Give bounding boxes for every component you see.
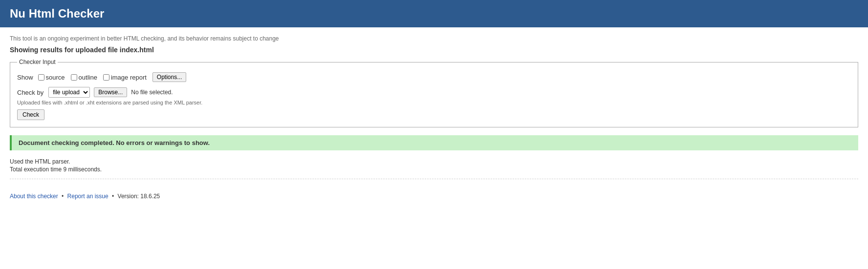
success-banner: Document checking completed. No errors o…: [10, 135, 858, 150]
results-title: Showing results for uploaded file index.…: [10, 46, 858, 54]
source-checkbox[interactable]: [38, 74, 44, 81]
image-report-label: image report: [111, 74, 147, 81]
outline-label: outline: [79, 74, 97, 81]
footer-separator-1: •: [62, 193, 64, 200]
page-title: Nu Html Checker: [10, 7, 858, 21]
outline-checkbox[interactable]: [71, 74, 77, 81]
browse-button[interactable]: Browse...: [94, 87, 127, 97]
about-link[interactable]: About this checker: [10, 193, 58, 200]
check-by-label: Check by: [17, 89, 43, 96]
show-label: Show: [17, 74, 33, 81]
exec-time: Total execution time 9 milliseconds.: [10, 166, 858, 173]
checker-input-fieldset: Checker Input Show source outline image …: [10, 59, 858, 127]
report-link[interactable]: Report an issue: [67, 193, 108, 200]
tool-description: This tool is an ongoing experiment in be…: [10, 35, 858, 42]
checker-input-legend: Checker Input: [17, 59, 58, 65]
xml-note: Uploaded files with .xhtml or .xht exten…: [17, 100, 851, 105]
show-row: Show source outline image report Options…: [17, 72, 851, 82]
check-button[interactable]: Check: [17, 109, 44, 120]
no-file-text: No file selected.: [131, 89, 173, 96]
options-button[interactable]: Options...: [152, 72, 186, 82]
main-content: This tool is an ongoing experiment in be…: [0, 27, 868, 190]
image-report-checkbox[interactable]: [103, 74, 109, 81]
source-checkbox-label[interactable]: source: [38, 74, 65, 81]
source-label: source: [46, 74, 65, 81]
results-area: Document checking completed. No errors o…: [10, 135, 858, 179]
check-by-row: Check by file upload Browse... No file s…: [17, 87, 851, 98]
check-by-select[interactable]: file upload: [48, 87, 90, 98]
outline-checkbox-label[interactable]: outline: [71, 74, 97, 81]
divider: [10, 179, 858, 179]
footer: About this checker • Report an issue • V…: [0, 190, 868, 207]
footer-version: Version: 18.6.25: [118, 193, 160, 200]
page-header: Nu Html Checker: [0, 0, 868, 27]
image-report-checkbox-label[interactable]: image report: [103, 74, 147, 81]
footer-separator-2: •: [112, 193, 114, 200]
parser-info: Used the HTML parser.: [10, 155, 858, 165]
